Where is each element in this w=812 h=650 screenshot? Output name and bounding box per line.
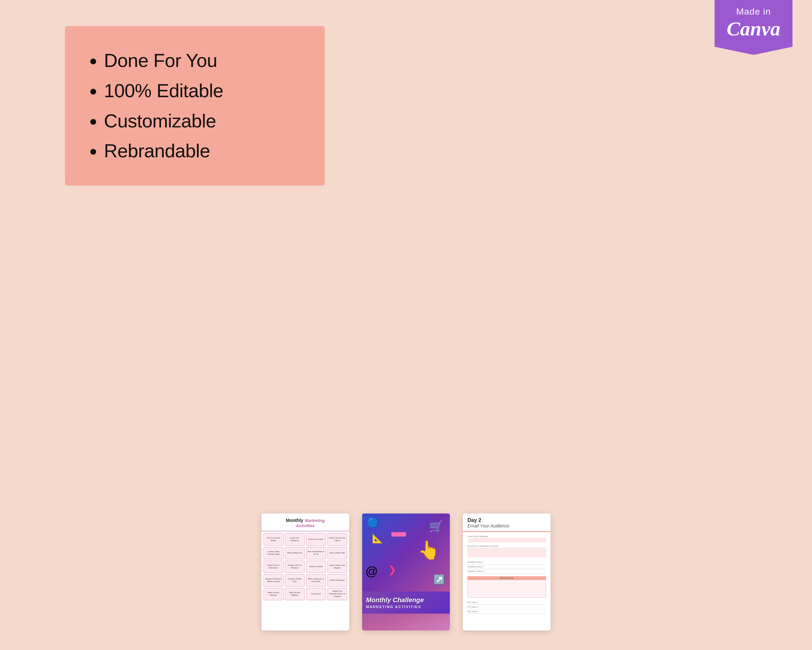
headline-1: Headline Idea 1 xyxy=(467,560,546,564)
activity-5: Write A Blog Post xyxy=(285,547,305,559)
monthly-challenge-title: Monthly Challenge xyxy=(366,596,446,604)
feature-list: Done For You 100% Editable Customizable … xyxy=(91,46,299,166)
activity-15: Hold a Giveaway xyxy=(327,574,348,587)
ps-3: R/S Idea 3 xyxy=(467,609,546,614)
card1-title-italic: Marketing xyxy=(305,518,325,523)
message-label: MESSAGE xyxy=(467,576,546,580)
ps-section: P/S Idea 1 P/S Idea 2 R/S Idea 3 xyxy=(467,600,546,614)
preview-cards: Monthly Marketing Activities Post On Soc… xyxy=(261,514,551,630)
deco-arrow: ↗️ xyxy=(433,574,445,585)
deco-rectangle: ▬ xyxy=(391,523,406,540)
card3-day: Day 2 xyxy=(467,517,546,523)
activity-10: Write an Ebook xyxy=(306,561,326,573)
activity-1: Email Your Audience xyxy=(285,533,305,546)
activity-4: Create A New Youtube Video xyxy=(263,547,284,559)
card1-header: Monthly Marketing Activities xyxy=(261,514,349,531)
feature-item-1: Done For You xyxy=(104,46,299,76)
ps-2: P/S Idea 2 xyxy=(467,605,546,609)
card3-body: Focus of your Message Key Points or Info… xyxy=(463,532,551,620)
card3-header: Day 2 Email Your Audience xyxy=(463,514,551,532)
key-points-label: Key Points or Information to Include xyxy=(467,545,546,547)
deco-chevron: ❯ xyxy=(388,564,396,575)
message-section: MESSAGE xyxy=(467,576,546,598)
activity-3: Reach Out To Past Clients xyxy=(327,533,348,546)
card1-title-bold: Monthly xyxy=(286,518,303,523)
canva-badge: Made in Canva xyxy=(714,0,792,55)
activity-14: Offer a Discount or Promotion xyxy=(306,574,326,587)
activity-6: Run a Facebook or IG Ad xyxy=(306,547,326,559)
card2-subtitle: MARKETING ACTIVITIES xyxy=(366,605,446,609)
deco-sphere: 🔵 xyxy=(367,517,379,528)
deco-cart: 🛒 xyxy=(429,520,443,533)
activity-16: Write a Press Release xyxy=(263,588,284,600)
deco-at: @ xyxy=(365,564,378,578)
activity-9: Create a Pin On Pinterest xyxy=(285,561,305,573)
feature-item-2: 100% Editable xyxy=(104,76,299,106)
activity-13: Create a TikTok Post xyxy=(285,574,305,587)
feature-banner: Done For You 100% Editable Customizable … xyxy=(65,26,325,185)
ps-1: P/S Idea 1 xyxy=(467,600,546,605)
focus-input xyxy=(467,538,546,543)
card1-title-italic2: Activities xyxy=(265,523,346,528)
activity-19: Reach Out Potential Clients on LinkedIn xyxy=(327,588,348,600)
feature-item-3: Customizable xyxy=(104,106,299,136)
key-points-section: Key Points or Information to Include xyxy=(467,545,546,557)
focus-label: Focus of your Message xyxy=(467,535,546,537)
activity-8: Reach Out To Influencers xyxy=(263,561,284,573)
card-monthly-challenge: 🔵 🛒 📐 👆 @ ↗️ ▬ ❯ Monthly Challenge MARKE… xyxy=(362,514,450,630)
activity-7: Host a Flash Sale xyxy=(327,547,348,559)
deco-cursor: 👆 xyxy=(418,540,440,561)
card-monthly-marketing: Monthly Marketing Activities Post On Soc… xyxy=(261,514,349,630)
activities-grid: Post On Social Media Email Your Audience… xyxy=(261,531,349,602)
canva-logo-text: Canva xyxy=(724,18,783,39)
activity-11: Build a New Lead Magnet xyxy=(327,561,348,573)
card2-decorations: 🔵 🛒 📐 👆 @ ↗️ ▬ ❯ xyxy=(362,514,450,592)
activity-17: Sign Up New Affiliates xyxy=(285,588,305,600)
card2-top: 🔵 🛒 📐 👆 @ ↗️ ▬ ❯ xyxy=(362,514,450,592)
activity-2: Host A Live Video xyxy=(306,533,326,546)
feature-item-4: Rebrandable xyxy=(104,136,299,166)
made-in-text: Made in xyxy=(724,6,783,17)
focus-section: Focus of your Message xyxy=(467,535,546,543)
deco-triangle: 📐 xyxy=(372,533,383,544)
activity-12: Repost Old Social Media Content xyxy=(263,574,284,587)
headline-2: Headline Idea 2 xyxy=(467,564,546,569)
key-points-input xyxy=(467,548,546,557)
card2-bottom: Monthly Challenge MARKETING ACTIVITIES xyxy=(362,592,450,613)
headlines-section: Headline Idea 1 Headline Idea 2 Headline… xyxy=(467,560,546,574)
activity-0: Post On Social Media xyxy=(263,533,284,546)
activity-18: Guest Post xyxy=(306,588,326,600)
card-day2-email: Day 2 Email Your Audience Focus of your … xyxy=(463,514,551,630)
card3-subtitle: Email Your Audience xyxy=(467,523,546,528)
message-box xyxy=(467,580,546,598)
headline-3: Headline Idea 3 xyxy=(467,569,546,574)
